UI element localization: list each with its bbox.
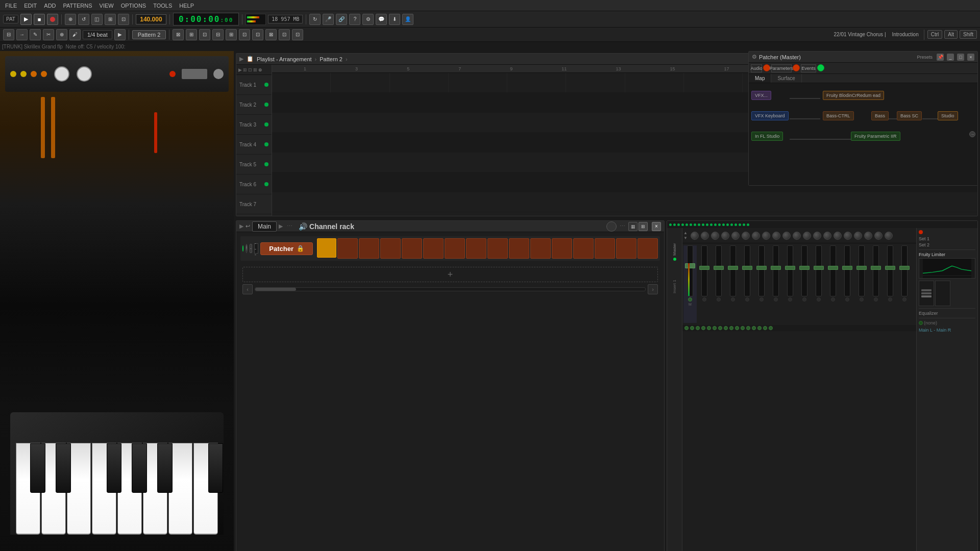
ts-icon5[interactable]: ⊕ xyxy=(258,67,262,72)
eq-dot-15[interactable] xyxy=(769,326,773,330)
mx-fader-5[interactable] xyxy=(758,245,765,296)
clone-btn[interactable]: ⊕ xyxy=(56,29,67,40)
grid-cell[interactable] xyxy=(566,73,625,92)
param-btn[interactable]: ⊞ xyxy=(226,29,237,40)
ts-icon4[interactable]: ⊠ xyxy=(253,67,257,72)
mx-ch-10[interactable] xyxy=(826,245,840,323)
menu-tools[interactable]: TOOLS xyxy=(150,2,175,10)
cr-pad-10[interactable] xyxy=(530,238,551,259)
mx-knob-10[interactable] xyxy=(793,232,801,240)
mx-ch-12[interactable] xyxy=(855,245,868,323)
playlist-arrow[interactable]: ▶ xyxy=(239,56,243,62)
eq-dot-6[interactable] xyxy=(718,326,722,330)
mx-up-arrow[interactable]: ▲ xyxy=(683,231,688,235)
patcher-maximize[interactable]: □ xyxy=(957,54,964,61)
key-gs[interactable] xyxy=(132,443,147,493)
mx-knob-0[interactable] xyxy=(691,232,699,240)
mx-ch-7[interactable] xyxy=(783,245,797,323)
mx-knob-1[interactable] xyxy=(701,232,709,240)
stop-button[interactable]: ■ xyxy=(34,14,45,25)
cr-pad-6[interactable] xyxy=(445,238,465,259)
grid-cell[interactable] xyxy=(449,73,507,92)
gen-btn[interactable]: ⊠ xyxy=(265,29,277,40)
settings-btn[interactable]: ⚙ xyxy=(362,14,374,25)
menu-patterns[interactable]: PATTERNS xyxy=(60,2,95,10)
mx-fader-12[interactable] xyxy=(859,245,865,296)
download-btn[interactable]: ⬇ xyxy=(389,14,400,25)
cr-scrollbar[interactable] xyxy=(255,287,646,291)
mx-fader-6[interactable] xyxy=(773,245,779,296)
mx-ch-6[interactable] xyxy=(769,245,782,323)
mx-handle-6[interactable] xyxy=(771,266,781,270)
menu-options[interactable]: OPTIONS xyxy=(118,2,150,10)
key-c2s[interactable] xyxy=(208,443,224,493)
patcher-node-vfx[interactable]: VFX... xyxy=(751,91,771,100)
mx-ch-8[interactable] xyxy=(798,245,811,323)
menu-add[interactable]: ADD xyxy=(41,2,59,10)
patcher-events-btn[interactable]: Events xyxy=(801,64,816,72)
cr-patcher-pan[interactable]: --- xyxy=(254,243,259,254)
cr-scroll-left[interactable]: ‹ xyxy=(242,284,253,294)
mx-ch-13[interactable] xyxy=(869,245,883,323)
mic-btn[interactable]: 🎤 xyxy=(323,14,334,25)
snap-btn-2[interactable]: ⊡ xyxy=(292,29,303,40)
link-btn[interactable]: 🔗 xyxy=(336,14,347,25)
eq-dot-14[interactable] xyxy=(763,326,767,330)
mixer-fader-area[interactable]: ▲ ▼ xyxy=(682,228,916,551)
mx-handle-7[interactable] xyxy=(785,266,795,270)
add-to-playlist-btn[interactable]: ⊕ xyxy=(65,14,76,25)
mx-down-arrow[interactable]: ▼ xyxy=(683,236,688,240)
mx-handle-12[interactable] xyxy=(856,266,867,270)
mode-btn[interactable]: ◫ xyxy=(91,14,103,25)
cr-pad-3[interactable] xyxy=(380,238,401,259)
beat-label[interactable]: 1/4 beat xyxy=(83,30,112,39)
cr-pad-7[interactable] xyxy=(466,238,486,259)
patcher-close[interactable]: × xyxy=(967,54,974,61)
cr-master-vol[interactable] xyxy=(606,221,617,232)
cr-pad-1[interactable] xyxy=(337,238,358,259)
cr-pad-13[interactable] xyxy=(595,238,615,259)
mx-ch-1[interactable] xyxy=(698,245,711,323)
cr-add-channel[interactable]: + xyxy=(242,267,658,282)
paint-btn[interactable]: 🖌 xyxy=(69,29,81,40)
grid-cell[interactable] xyxy=(272,73,331,92)
ts-icon3[interactable]: ⊡ xyxy=(248,67,252,72)
mx-fader-track-master[interactable] xyxy=(687,245,693,296)
mx-knob-16[interactable] xyxy=(854,232,862,240)
mx-knob-9[interactable] xyxy=(782,232,791,240)
cr-pad-14[interactable] xyxy=(616,238,636,259)
mx-fader-9[interactable] xyxy=(816,245,822,296)
mx-knob-19[interactable] xyxy=(885,232,893,240)
mx-handle-5[interactable] xyxy=(756,266,767,270)
mode3-btn[interactable]: ⊡ xyxy=(118,14,129,25)
fx-btn[interactable]: ⊟ xyxy=(212,29,224,40)
cr-main-dropdown[interactable]: Main xyxy=(252,221,277,232)
cr-pad-11[interactable] xyxy=(552,238,572,259)
mx-fader-4[interactable] xyxy=(744,245,750,296)
patcher-tab-surface[interactable]: Surface xyxy=(771,74,801,83)
patcher-node-bass-sc[interactable]: Bass SC xyxy=(897,111,922,120)
mx-ch-14[interactable] xyxy=(884,245,897,323)
snap-btn[interactable]: ⊟ xyxy=(3,29,14,40)
patcher-tab-map[interactable]: Map xyxy=(749,74,771,83)
cr-pad-8[interactable] xyxy=(487,238,508,259)
grid-cell[interactable] xyxy=(507,73,566,92)
eq-dot-0[interactable] xyxy=(684,326,689,330)
key-f[interactable] xyxy=(92,443,116,535)
mx-knob-11[interactable] xyxy=(803,232,811,240)
mx-fader-handle-master[interactable] xyxy=(685,263,695,268)
mx-knob-5[interactable] xyxy=(742,232,750,240)
eq-dot-1[interactable] xyxy=(690,326,694,330)
refresh-btn[interactable]: ↻ xyxy=(309,14,321,25)
arrow-right-btn[interactable]: → xyxy=(16,29,28,40)
mx-handle-10[interactable] xyxy=(828,266,838,270)
play-button[interactable]: ▶ xyxy=(20,14,32,25)
mx-knob-12[interactable] xyxy=(813,232,821,240)
mx-knob-8[interactable] xyxy=(772,232,780,240)
mx-knob-4[interactable] xyxy=(731,232,740,240)
key-c2[interactable] xyxy=(193,443,218,535)
bpm-display[interactable]: 140.000 xyxy=(136,14,166,24)
eq-dot-12[interactable] xyxy=(752,326,756,330)
mx-knob-7[interactable] xyxy=(762,232,770,240)
cr-patcher-minus[interactable]: - xyxy=(250,244,252,253)
